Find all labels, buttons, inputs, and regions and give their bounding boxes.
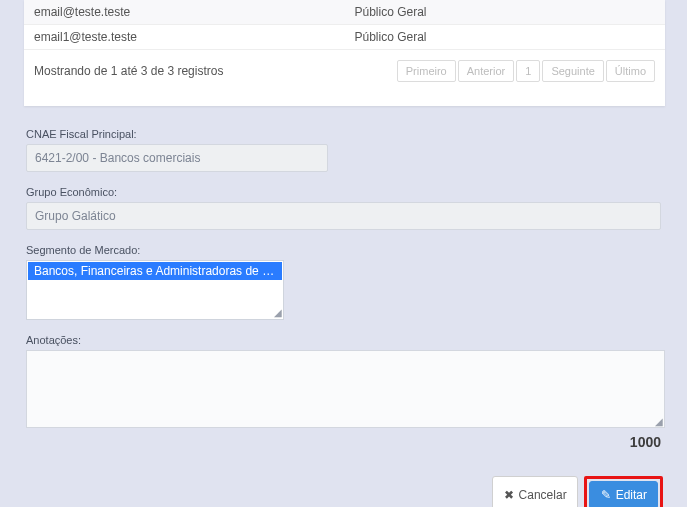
pager-page[interactable]: 1	[516, 60, 540, 82]
table-row: email1@teste.teste Público Geral	[24, 25, 665, 50]
pager-last[interactable]: Último	[606, 60, 655, 82]
edit-button[interactable]: ✎ Editar	[589, 481, 658, 507]
cell-email: email@teste.teste	[24, 0, 345, 25]
grupo-label: Grupo Econômico:	[4, 186, 687, 198]
edit-icon: ✎	[600, 488, 612, 502]
pager-prev[interactable]: Anterior	[458, 60, 515, 82]
table-info: Mostrando de 1 até 3 de 3 registros	[34, 64, 223, 78]
cell-perfil: Público Geral	[345, 0, 666, 25]
pager-next[interactable]: Seguinte	[542, 60, 603, 82]
grupo-field: Grupo Galático	[26, 202, 661, 230]
top-panel: email@teste.teste Público Geral email1@t…	[24, 0, 665, 106]
edit-button-label: Editar	[616, 488, 647, 502]
cnae-label: CNAE Fiscal Principal:	[4, 128, 687, 140]
anotacoes-label: Anotações:	[4, 334, 687, 346]
char-counter: 1000	[4, 434, 661, 450]
cancel-button[interactable]: ✖ Cancelar	[492, 476, 578, 507]
table-footer: Mostrando de 1 até 3 de 3 registros Prim…	[24, 50, 665, 88]
resize-handle-icon[interactable]: ◢	[272, 308, 282, 318]
cancel-button-label: Cancelar	[519, 488, 567, 502]
segmento-select[interactable]: Bancos, Financeiras e Administradoras de…	[26, 260, 284, 320]
cell-perfil: Público Geral	[345, 25, 666, 50]
segmento-label: Segmento de Mercado:	[4, 244, 687, 256]
cell-email: email1@teste.teste	[24, 25, 345, 50]
action-bar: ✖ Cancelar ✎ Editar	[4, 476, 663, 507]
resize-handle-icon[interactable]: ◢	[653, 416, 663, 426]
close-icon: ✖	[503, 488, 515, 502]
edit-button-highlight: ✎ Editar	[584, 476, 663, 507]
cnae-field: 6421-2/00 - Bancos comerciais	[26, 144, 328, 172]
user-table: email@teste.teste Público Geral email1@t…	[24, 0, 665, 50]
segmento-selected-option: Bancos, Financeiras e Administradoras de…	[28, 262, 282, 280]
pager-first[interactable]: Primeiro	[397, 60, 456, 82]
pager: Primeiro Anterior 1 Seguinte Último	[397, 60, 655, 82]
form-area: CNAE Fiscal Principal: 6421-2/00 - Banco…	[0, 106, 687, 507]
anotacoes-textarea[interactable]: ◢	[26, 350, 665, 428]
table-row: email@teste.teste Público Geral	[24, 0, 665, 25]
